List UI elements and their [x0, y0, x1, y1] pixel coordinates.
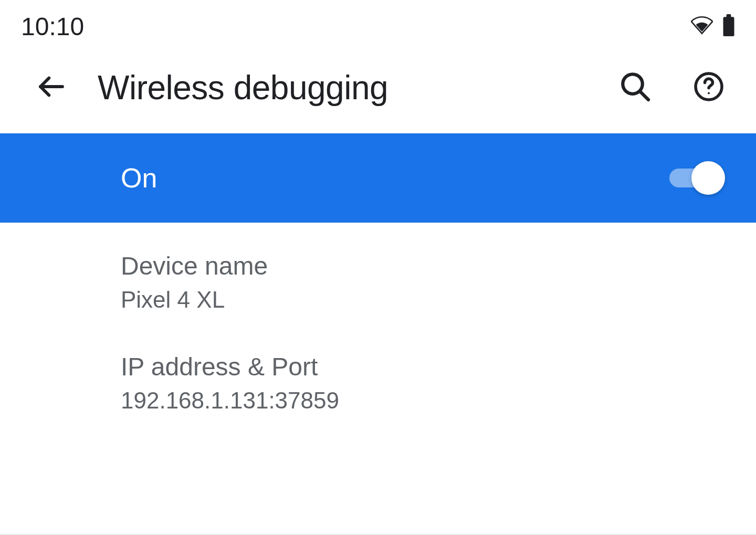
status-icons — [691, 14, 735, 38]
master-toggle-row[interactable]: On — [0, 133, 756, 223]
wifi-icon — [691, 14, 713, 38]
svg-rect-0 — [723, 17, 734, 36]
back-arrow-icon — [37, 72, 66, 103]
help-icon — [693, 71, 724, 104]
page-title: Wireless debugging — [98, 68, 588, 107]
search-button[interactable] — [620, 71, 651, 104]
toggle-switch[interactable] — [669, 167, 722, 188]
setting-label: Device name — [121, 251, 756, 280]
back-button[interactable] — [37, 72, 66, 103]
svg-line-4 — [640, 91, 648, 100]
app-bar: Wireless debugging — [0, 47, 756, 133]
ip-address-port-item[interactable]: IP address & Port 192.168.1.131:37859 — [121, 352, 756, 453]
settings-list: Device name Pixel 4 XL IP address & Port… — [0, 223, 756, 453]
toggle-state-label: On — [121, 162, 157, 194]
device-name-item[interactable]: Device name Pixel 4 XL — [121, 251, 756, 352]
search-icon — [620, 71, 651, 104]
app-bar-actions — [620, 71, 724, 104]
setting-value: 192.168.1.131:37859 — [121, 387, 756, 414]
status-time: 10:10 — [21, 12, 84, 41]
toggle-thumb — [691, 161, 725, 195]
svg-point-6 — [708, 92, 710, 95]
battery-icon — [722, 14, 735, 38]
setting-label: IP address & Port — [121, 352, 756, 381]
status-bar: 10:10 — [0, 0, 756, 47]
svg-rect-1 — [727, 14, 731, 18]
help-button[interactable] — [693, 71, 724, 104]
setting-value: Pixel 4 XL — [121, 287, 756, 313]
